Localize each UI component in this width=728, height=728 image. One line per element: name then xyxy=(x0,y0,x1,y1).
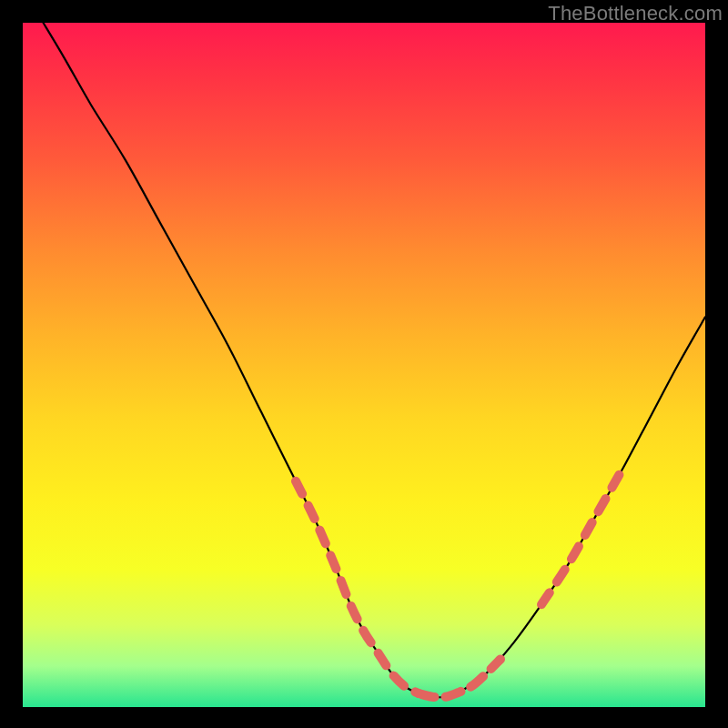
plot-area xyxy=(23,23,705,707)
highlight-bottom xyxy=(419,659,500,697)
chart-frame: TheBottleneck.com xyxy=(0,0,728,728)
highlight-left xyxy=(296,481,419,693)
curve-svg xyxy=(23,23,705,707)
main-curve xyxy=(44,23,706,697)
highlight-right xyxy=(541,468,623,604)
